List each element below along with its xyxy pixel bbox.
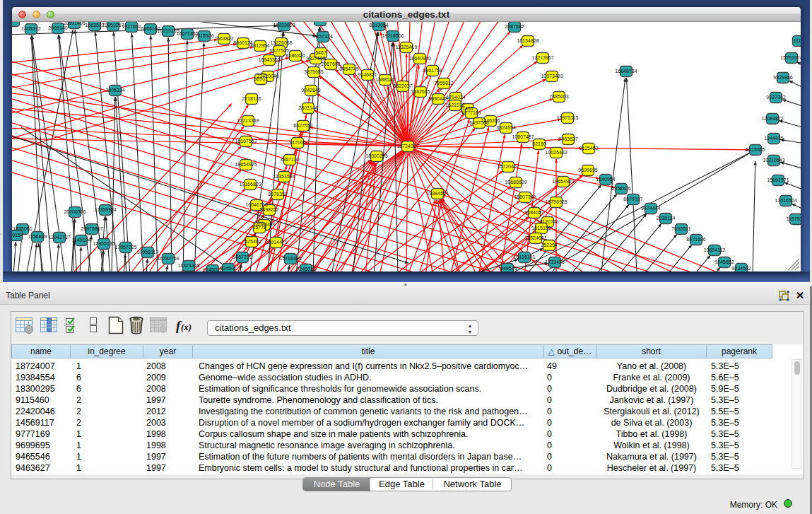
svg-text:9245012: 9245012 xyxy=(203,267,222,271)
svg-text:9245013: 9245013 xyxy=(296,267,315,271)
svg-text:9699695: 9699695 xyxy=(578,168,597,173)
svg-text:(x): (x) xyxy=(181,322,192,332)
svg-text:98901: 98901 xyxy=(254,76,268,81)
svg-text:2803144: 2803144 xyxy=(298,105,317,110)
svg-text:5958926: 5958926 xyxy=(611,186,630,191)
svg-text:9234502: 9234502 xyxy=(731,266,751,271)
svg-text:20691406: 20691406 xyxy=(63,22,85,25)
svg-text:12213369: 12213369 xyxy=(237,118,259,123)
svg-text:12975115: 12975115 xyxy=(557,115,579,120)
svg-text:15778: 15778 xyxy=(252,225,266,230)
svg-text:1733426: 1733426 xyxy=(545,259,564,264)
svg-text:9474444: 9474444 xyxy=(641,206,660,211)
svg-text:9084067: 9084067 xyxy=(524,210,543,215)
svg-text:1244415: 1244415 xyxy=(764,136,783,141)
svg-text:8990448: 8990448 xyxy=(428,96,447,101)
svg-text:2718176: 2718176 xyxy=(242,96,261,101)
svg-text:7955812: 7955812 xyxy=(434,81,453,86)
svg-text:5467: 5467 xyxy=(315,50,326,55)
svg-text:6961758: 6961758 xyxy=(423,68,442,73)
svg-text:1588520: 1588520 xyxy=(375,77,394,82)
svg-text:917006: 917006 xyxy=(289,140,305,145)
svg-text:1835051: 1835051 xyxy=(13,226,32,231)
svg-text:7625402: 7625402 xyxy=(242,239,261,244)
svg-text:7485003: 7485003 xyxy=(549,94,568,99)
svg-text:18300295: 18300295 xyxy=(365,153,387,158)
svg-text:19166829: 19166829 xyxy=(239,182,261,187)
svg-text:18654925: 18654925 xyxy=(235,162,257,167)
svg-text:16120746: 16120746 xyxy=(536,219,558,224)
svg-text:1156829: 1156829 xyxy=(28,234,47,239)
svg-text:12213967: 12213967 xyxy=(531,55,553,60)
svg-text:7857224: 7857224 xyxy=(313,34,332,39)
svg-text:9245652: 9245652 xyxy=(714,259,734,264)
svg-text:62160: 62160 xyxy=(532,141,546,146)
svg-text:16136141: 16136141 xyxy=(513,255,535,259)
svg-text:12942737: 12942737 xyxy=(48,235,70,240)
svg-text:924501: 924501 xyxy=(220,266,236,271)
svg-text:15692971: 15692971 xyxy=(767,177,789,182)
svg-text:9146821: 9146821 xyxy=(358,72,377,77)
svg-text:8813054: 8813054 xyxy=(369,23,388,28)
svg-text:9115460: 9115460 xyxy=(579,146,599,151)
svg-text:5498222: 5498222 xyxy=(259,207,278,212)
svg-text:10807487: 10807487 xyxy=(512,134,534,139)
svg-text:3824554: 3824554 xyxy=(496,125,515,130)
svg-text:10210643: 10210643 xyxy=(763,158,784,163)
svg-text:2967608: 2967608 xyxy=(321,62,340,66)
svg-text:11325419: 11325419 xyxy=(396,45,418,49)
svg-text:19218506: 19218506 xyxy=(382,33,404,38)
svg-text:6679197: 6679197 xyxy=(623,197,642,201)
svg-text:6794024: 6794024 xyxy=(446,95,465,100)
svg-text:29975867: 29975867 xyxy=(81,226,102,231)
svg-text:10688609: 10688609 xyxy=(505,180,526,185)
svg-text:9857791: 9857791 xyxy=(233,255,252,259)
svg-text:10654112: 10654112 xyxy=(704,247,726,252)
svg-text:16154808: 16154808 xyxy=(517,38,539,43)
svg-text:3875685: 3875685 xyxy=(304,69,323,74)
svg-text:17359924: 17359924 xyxy=(94,207,116,212)
svg-text:18724007: 18724007 xyxy=(396,144,418,148)
svg-text:2087682: 2087682 xyxy=(505,24,524,29)
svg-text:7515526: 7515526 xyxy=(194,33,213,38)
svg-text:16648784: 16648784 xyxy=(615,69,637,74)
svg-text:9572240: 9572240 xyxy=(310,22,329,23)
svg-text:1405572: 1405572 xyxy=(21,26,40,31)
svg-text:3867130: 3867130 xyxy=(280,157,299,162)
svg-text:1640954: 1640954 xyxy=(596,177,615,182)
svg-text:16046766: 16046766 xyxy=(245,202,267,207)
svg-text:2935114: 2935114 xyxy=(657,216,676,221)
svg-text:8454749: 8454749 xyxy=(339,66,358,71)
svg-text:9227342: 9227342 xyxy=(766,95,785,100)
svg-text:1145194: 1145194 xyxy=(72,238,91,243)
svg-text:1527602: 1527602 xyxy=(122,24,141,29)
svg-text:10958117: 10958117 xyxy=(137,250,159,255)
svg-text:8215955: 8215955 xyxy=(746,147,765,152)
svg-text:9329966: 9329966 xyxy=(773,75,792,80)
svg-text:8427552: 8427552 xyxy=(293,123,312,128)
svg-text:9777169: 9777169 xyxy=(461,110,481,115)
svg-text:13226058: 13226058 xyxy=(270,40,292,45)
svg-text:11353594: 11353594 xyxy=(273,174,295,179)
svg-text:10973493: 10973493 xyxy=(541,74,563,78)
svg-text:15716485: 15716485 xyxy=(279,256,301,261)
svg-text:252254: 252254 xyxy=(541,243,557,247)
svg-text:18640910: 18640910 xyxy=(408,56,430,61)
svg-text:10853267: 10853267 xyxy=(102,23,124,28)
svg-text:16914479: 16914479 xyxy=(265,240,287,245)
svg-text:12093872: 12093872 xyxy=(761,116,783,121)
svg-text:16543362: 16543362 xyxy=(258,57,280,62)
svg-text:17016504: 17016504 xyxy=(775,198,796,203)
svg-text:17957225: 17957225 xyxy=(114,245,136,250)
svg-text:7449575: 7449575 xyxy=(498,266,517,271)
svg-text:16033809: 16033809 xyxy=(273,23,295,28)
svg-text:10025433: 10025433 xyxy=(545,150,567,155)
svg-text:2069140: 2069140 xyxy=(48,25,67,30)
svg-text:13524651: 13524651 xyxy=(524,235,546,240)
svg-text:9327505: 9327505 xyxy=(306,56,325,61)
svg-text:9527505: 9527505 xyxy=(269,48,288,53)
svg-text:9242848: 9242848 xyxy=(301,88,320,93)
svg-text:19384554: 19384554 xyxy=(426,191,448,196)
svg-text:11323448: 11323448 xyxy=(178,263,200,268)
svg-text:39154: 39154 xyxy=(12,233,23,238)
